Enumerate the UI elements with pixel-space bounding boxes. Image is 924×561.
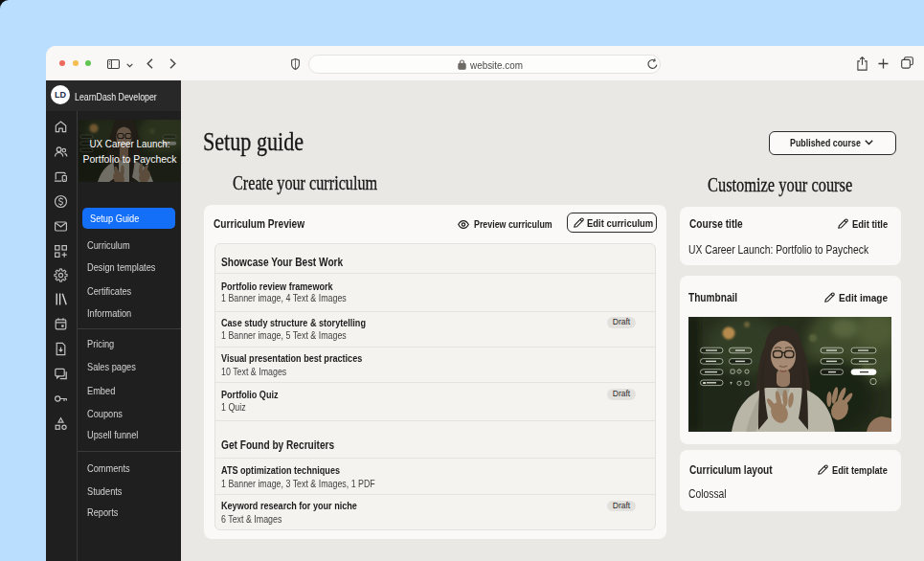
svg-text:UX Career Launch:: UX Career Launch:	[90, 138, 170, 149]
svg-text:Portfolio to Paycheck: Portfolio to Paycheck	[83, 153, 177, 165]
